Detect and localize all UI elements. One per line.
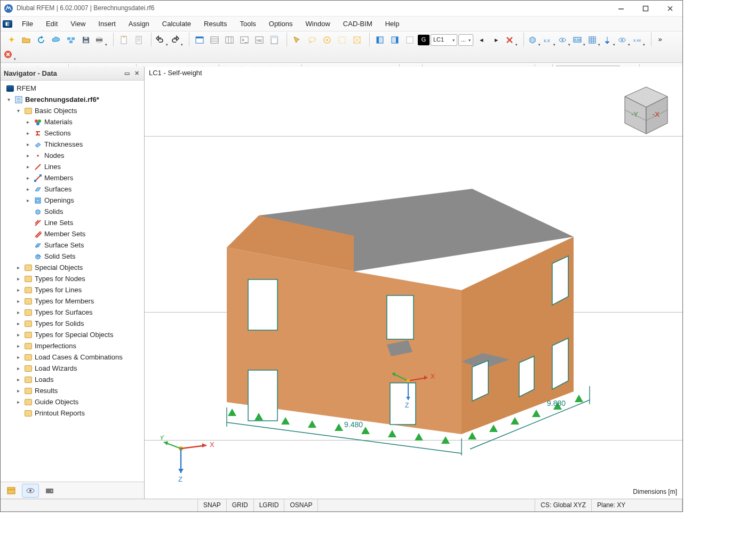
loadcase-prev-button[interactable]: ◂ [474, 33, 488, 47]
tree-types-for-surfaces[interactable]: Types for Surfaces [2, 307, 143, 318]
redo-button[interactable]: ▾ [170, 33, 184, 47]
menu-calculate[interactable]: Calculate [157, 18, 196, 30]
viewport-3d[interactable]: LC1 - Self-weight [145, 67, 682, 499]
loadcase-selector[interactable]: LC1 [431, 34, 457, 46]
window-maximize-button[interactable] [633, 1, 658, 17]
loadcase-delete-button[interactable]: ▾ [504, 33, 518, 47]
loadcase-more-selector[interactable]: ... [458, 34, 473, 46]
new-file-button[interactable]: ✦ [4, 33, 18, 47]
navigator-close-button[interactable]: ✕ [132, 69, 141, 78]
menu-tools[interactable]: Tools [234, 18, 261, 30]
menu-file[interactable]: File [17, 18, 38, 30]
save-button[interactable] [79, 33, 93, 47]
tree-nodes[interactable]: Nodes [2, 150, 143, 161]
view-cube-button[interactable]: ▾ [527, 33, 541, 47]
show-numbers-button[interactable]: x.x▾ [542, 33, 556, 47]
app-menu-icon[interactable]: ◧ [3, 20, 12, 28]
view-right-button[interactable] [388, 33, 402, 47]
undo-button[interactable]: ▾ [155, 33, 169, 47]
tree-types-for-members[interactable]: Types for Members [2, 295, 143, 307]
print-button[interactable]: ▾ [94, 33, 108, 47]
tree-types-for-nodes[interactable]: Types for Nodes [2, 273, 143, 284]
select-window-button[interactable] [335, 33, 349, 47]
tree-loads[interactable]: Loads [2, 374, 143, 385]
script-button[interactable]: >sc [252, 33, 266, 47]
show-supports-button[interactable]: ▾ [602, 33, 616, 47]
menu-view[interactable]: View [65, 18, 91, 30]
tree-member-sets[interactable]: Member Sets [2, 228, 143, 239]
tree-members[interactable]: Members [2, 172, 143, 183]
menu-assign[interactable]: Assign [123, 18, 155, 30]
select-all-button[interactable] [320, 33, 334, 47]
menu-edit[interactable]: Edit [41, 18, 63, 30]
tree-file[interactable]: Berechnungsdatei.rf6* [2, 94, 143, 105]
show-grid-toggle-button[interactable]: ▾ [587, 33, 601, 47]
show-eye-2-button[interactable]: ▾ [617, 33, 631, 47]
cloud-button[interactable] [49, 33, 63, 47]
tree-types-for-solids[interactable]: Types for Solids [2, 318, 143, 329]
menu-window[interactable]: Window [300, 18, 336, 30]
view-left-button[interactable] [373, 33, 387, 47]
toolbar-overflow-1-button[interactable]: » [653, 33, 667, 46]
nav-tab-display-button[interactable] [22, 484, 39, 498]
table-panel-1-button[interactable] [193, 33, 206, 47]
tree-sections[interactable]: Sections [2, 127, 143, 139]
window-close-button[interactable] [658, 1, 682, 17]
tree-openings[interactable]: Openings [2, 195, 143, 206]
tree-guide-objects[interactable]: Guide Objects [2, 396, 143, 407]
console-button[interactable]: >_ [237, 33, 251, 47]
tree-solids[interactable]: Solids [2, 206, 143, 217]
expand-toggle-icon[interactable] [14, 108, 22, 114]
open-file-button[interactable] [19, 33, 33, 47]
status-grid-toggle[interactable]: GRID [227, 499, 254, 511]
sheet-button[interactable] [132, 33, 146, 47]
close-model-button[interactable]: ▾ [3, 47, 17, 61]
select-button[interactable] [290, 33, 304, 47]
tree-basic-objects[interactable]: Basic Objects [2, 105, 143, 116]
tree-printout-reports[interactable]: Printout Reports [2, 407, 143, 419]
table-panel-3-button[interactable] [222, 33, 236, 47]
model-manager-button[interactable] [64, 33, 78, 47]
status-lgrid-toggle[interactable]: LGRID [254, 499, 285, 511]
nav-tab-data-button[interactable] [3, 484, 20, 498]
tree-root-rfem[interactable]: RFEM [2, 83, 143, 94]
show-eye-1-button[interactable]: ▾ [557, 33, 571, 47]
menu-help[interactable]: Help [380, 18, 405, 30]
menu-results[interactable]: Results [198, 18, 232, 30]
tree-thicknesses[interactable]: Thicknesses [2, 139, 143, 150]
tree-imperfections[interactable]: Imperfections [2, 340, 143, 351]
tree-loadcases-combos[interactable]: Load Cases & Combinations [2, 351, 143, 363]
new-sheet-button[interactable]: ✦ [117, 33, 131, 47]
menu-insert[interactable]: Insert [93, 18, 121, 30]
tree-surface-sets[interactable]: Surface Sets [2, 239, 143, 251]
tree-surfaces[interactable]: Surfaces [2, 183, 143, 195]
tree-materials[interactable]: Materials [2, 116, 143, 127]
tree-special-objects[interactable]: Special Objects [2, 262, 143, 273]
menu-cad-bim[interactable]: CAD-BIM [338, 18, 378, 30]
view-blank-button[interactable] [403, 33, 417, 47]
show-values-button[interactable]: x.xx▾ [572, 33, 586, 47]
orientation-cube[interactable]: -Y -X [614, 81, 673, 139]
tree-line-sets[interactable]: Line Sets [2, 217, 143, 228]
status-snap-toggle[interactable]: SNAP [198, 499, 227, 511]
show-xxx-button[interactable]: x.xx▾ [632, 33, 646, 47]
refresh-button[interactable] [34, 33, 48, 47]
status-osnap-toggle[interactable]: OSNAP [284, 499, 318, 511]
expand-toggle-icon[interactable] [5, 97, 12, 103]
tree-types-for-special[interactable]: Types for Special Objects [2, 329, 143, 340]
select-filter-button[interactable] [350, 33, 364, 47]
loadcase-next-button[interactable]: ▸ [489, 33, 503, 47]
menu-options[interactable]: Options [264, 18, 298, 30]
calc-panel-button[interactable] [267, 33, 281, 47]
tree-solid-sets[interactable]: Solid Sets [2, 251, 143, 262]
table-panel-2-button[interactable] [208, 33, 221, 47]
tree-load-wizards[interactable]: Load Wizards [2, 363, 143, 374]
nav-tab-views-button[interactable] [41, 484, 58, 498]
tree-lines[interactable]: Lines [2, 161, 143, 172]
tree-types-for-lines[interactable]: Types for Lines [2, 284, 143, 295]
navigator-tree[interactable]: RFEM Berechnungsdatei.rf6* Basic Objects… [1, 81, 144, 482]
tree-results[interactable]: Results [2, 385, 143, 396]
lasso-select-button[interactable] [305, 33, 319, 47]
navigator-float-button[interactable]: ▭ [123, 69, 131, 78]
window-minimize-button[interactable] [609, 1, 633, 17]
